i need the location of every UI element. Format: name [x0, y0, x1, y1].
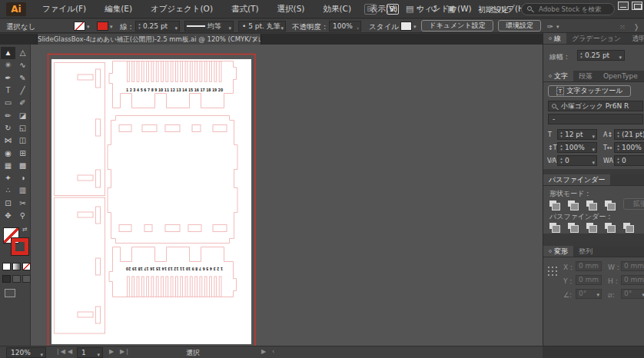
menu-item[interactable]: 選択(S) — [277, 4, 305, 15]
stock-icon[interactable]: St — [387, 4, 399, 15]
basic-appearance-icon[interactable]: ✑ — [547, 22, 553, 31]
perspective-grid-tool[interactable]: ⊞ — [15, 147, 30, 159]
type-tool[interactable]: T — [1, 85, 15, 97]
vertical-scale-field[interactable]: ▴▾100% ▾ — [557, 142, 597, 153]
pencil-tool[interactable]: ✏ — [1, 109, 15, 121]
menu-item[interactable]: オブジェクト(O) — [151, 4, 213, 15]
stroke-profile-dropdown[interactable]: 均等 ▾ — [184, 21, 234, 31]
gradient-tool[interactable]: ▩ — [15, 160, 30, 172]
outline-icon[interactable] — [623, 223, 635, 233]
tab-stroke[interactable]: 線 — [543, 33, 566, 44]
kerning-field[interactable]: ▴▾0 ▾ — [557, 155, 597, 166]
swap-fill-stroke-icon[interactable]: ⇄ — [22, 226, 28, 233]
paintbrush-tool[interactable]: ✐ — [15, 97, 30, 109]
magic-wand-tool[interactable]: ✳ — [1, 59, 15, 71]
next-artboard-icon[interactable]: ▶ — [109, 348, 114, 355]
crop-icon[interactable] — [605, 223, 616, 233]
opacity-field[interactable]: 100% › — [329, 21, 361, 31]
draw-inside-icon[interactable] — [22, 275, 31, 283]
slice-tool[interactable]: ✂ — [15, 197, 30, 210]
stock-search-box[interactable] — [521, 3, 615, 15]
maximize-button[interactable] — [632, 2, 642, 10]
stroke-width-field[interactable]: ▴▾0.25 pt ▾ — [577, 50, 625, 61]
menu-item[interactable]: 書式(T) — [231, 4, 259, 15]
tab-transparency[interactable]: 透明 — [626, 33, 644, 44]
style-swatch[interactable] — [400, 22, 412, 31]
zoom-level-dropdown[interactable]: 120% ▾ — [6, 347, 46, 358]
stepper-icon[interactable]: ▴▾ — [558, 156, 565, 165]
workspace-layout-icon[interactable]: ▤ — [406, 4, 413, 14]
close-tab-icon[interactable]: × — [252, 34, 260, 45]
first-artboard-icon[interactable]: ❘◀ — [55, 348, 65, 355]
fill-swatch[interactable] — [74, 22, 85, 31]
draw-normal-icon[interactable] — [2, 275, 11, 283]
trim-icon[interactable] — [568, 223, 579, 233]
stepper-icon[interactable]: ▴▾ — [558, 130, 565, 139]
y-field[interactable]: 0 mm — [576, 275, 602, 285]
w-field[interactable]: 0 mm — [621, 261, 644, 271]
stepper-icon[interactable]: ▴▾ — [136, 22, 143, 31]
reference-point-icon[interactable] — [548, 267, 558, 277]
line-segment-tool[interactable]: ╱ — [15, 85, 30, 97]
menu-item[interactable]: ファイル(F) — [42, 4, 86, 15]
minus-front-icon[interactable] — [568, 201, 579, 210]
mesh-tool[interactable]: ▦ — [1, 160, 15, 172]
canvas-area[interactable]: 1 2 3 4 5 6 7 8 9 10 11 12 13 14 15 16 1… — [31, 45, 543, 346]
touch-type-tool-button[interactable]: T文字タッチツール — [548, 85, 631, 97]
color-button[interactable] — [2, 263, 11, 270]
menu-item[interactable]: ウィンドウ(W) — [416, 4, 471, 15]
shape-builder-tool[interactable]: ◉ — [1, 147, 15, 159]
scale-tool[interactable]: ◱ — [15, 122, 30, 134]
eyedropper-tool[interactable]: ✦ — [1, 172, 15, 184]
unite-icon[interactable] — [549, 201, 561, 210]
draw-behind-icon[interactable] — [12, 275, 21, 283]
stroke-width-field[interactable]: ▴▾0.25 pt ▾ — [135, 21, 180, 31]
font-family-field[interactable]: 小塚ゴシック Pr6N R — [548, 101, 643, 111]
tab-align[interactable]: 整列 — [573, 246, 598, 257]
tab-character[interactable]: 文字 — [543, 71, 573, 81]
status-expand-icon[interactable]: ▶ — [261, 348, 266, 355]
width-tool[interactable]: ⋈ — [1, 134, 15, 147]
intersect-icon[interactable] — [586, 201, 598, 210]
rotate-angle-field[interactable]: 0°▾ — [576, 289, 602, 299]
symbol-sprayer-tool[interactable]: ∴ — [1, 184, 15, 197]
stepper-icon[interactable]: ▴▾ — [578, 51, 585, 60]
menu-item[interactable]: 効果(C) — [323, 4, 351, 15]
none-button[interactable] — [22, 263, 31, 270]
curvature-tool[interactable]: ✎ — [15, 72, 30, 85]
zoom-tool[interactable]: ⚲ — [15, 210, 30, 222]
column-graph-tool[interactable]: ▥ — [15, 184, 30, 197]
bridge-icon[interactable]: Br — [364, 4, 377, 15]
tab-opentype[interactable]: OpenType — [598, 71, 643, 81]
menu-item[interactable]: 編集(E) — [105, 4, 132, 15]
divide-icon[interactable] — [549, 223, 561, 233]
touch-workspace-icon[interactable]: ▣ — [447, 4, 455, 14]
artboard-number-field[interactable]: 1 ▾ — [77, 347, 103, 358]
minimize-button[interactable] — [618, 2, 629, 10]
document-tab[interactable]: SlideGlassBox-4はめあい補正(公開用)-2.5 mm板.ai @ … — [37, 34, 261, 45]
preferences-button[interactable]: 環境設定 — [498, 20, 541, 31]
sync-settings-icon[interactable]: ↺ — [430, 4, 437, 14]
screen-mode-button[interactable] — [5, 289, 15, 297]
tracking-field[interactable]: ▴▾0 — [614, 155, 644, 166]
brush-dropdown[interactable]: • 5 pt. 丸筆 ▾ — [238, 21, 286, 31]
eraser-tool[interactable]: ◪ — [15, 109, 30, 121]
merge-icon[interactable] — [586, 223, 598, 233]
tab-gradient[interactable]: グラデーション — [566, 33, 626, 44]
blend-tool[interactable]: ◑ — [15, 172, 30, 184]
gradient-button[interactable] — [12, 263, 21, 270]
search-input[interactable] — [539, 5, 612, 14]
h-field[interactable]: 0 mm — [621, 275, 644, 285]
hand-tool[interactable]: ✥ — [1, 210, 15, 222]
stepper-icon[interactable]: ▴▾ — [615, 143, 622, 152]
panel-collapse-icon[interactable]: ❭ — [633, 22, 639, 31]
font-style-field[interactable]: - — [548, 114, 643, 124]
direct-selection-tool[interactable]: △ — [15, 47, 30, 59]
stepper-icon[interactable]: ▴▾ — [558, 143, 565, 152]
lasso-tool[interactable]: ∿ — [15, 59, 30, 71]
prev-artboard-icon[interactable]: ◀ — [68, 348, 72, 355]
last-artboard-icon[interactable]: ▶❘ — [120, 348, 130, 355]
shear-field[interactable]: 0°▾ — [621, 289, 644, 299]
stroke-swatch[interactable] — [97, 22, 108, 31]
expand-button[interactable]: 拡張 — [623, 198, 644, 210]
